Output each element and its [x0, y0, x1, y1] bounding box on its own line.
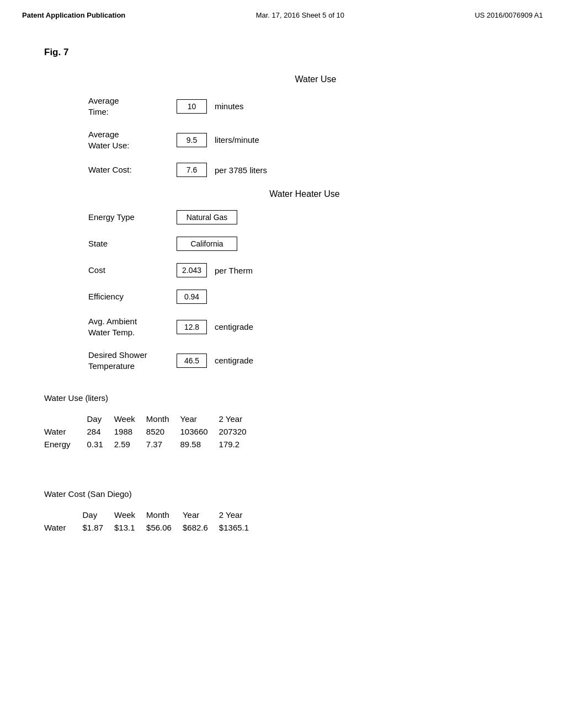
- cell-value: 2.59: [114, 438, 146, 451]
- water-use-form: AverageTime: 10 minutes AverageWater Use…: [88, 95, 521, 177]
- header-center: Mar. 17, 2016 Sheet 5 of 10: [256, 11, 344, 19]
- water-heater-section: Water Heater Use Energy Type Natural Gas…: [44, 189, 521, 371]
- cell-value: $1.87: [82, 521, 114, 534]
- water-use-liters-header-row: Day Week Month Year 2 Year: [44, 413, 258, 425]
- water-heater-form: Energy Type Natural Gas State California…: [88, 210, 521, 371]
- water-cost-sandiego-table: Day Week Month Year 2 Year Water$1.87$13…: [44, 508, 260, 534]
- cell-value: $682.6: [183, 521, 219, 534]
- avg-water-use-input[interactable]: 9.5: [177, 133, 207, 147]
- cost-unit: per Therm: [215, 266, 253, 275]
- figure-label: Fig. 7: [44, 47, 521, 58]
- water-cost-unit: per 3785 liters: [215, 165, 267, 175]
- header-right: US 2016/0076909 A1: [475, 11, 543, 19]
- cell-value: 8520: [146, 425, 180, 438]
- cell-value: 1988: [114, 425, 146, 438]
- avg-ambient-unit: centigrade: [215, 322, 253, 331]
- row-label: Water: [44, 521, 82, 534]
- energy-type-row: Energy Type Natural Gas: [88, 210, 521, 224]
- water-use-section: Water Use AverageTime: 10 minutes Averag…: [44, 74, 521, 177]
- page-content: Fig. 7 Water Use AverageTime: 10 minutes…: [0, 25, 565, 556]
- avg-ambient-label: Avg. AmbientWater Temp.: [88, 316, 177, 338]
- table-row: Energy0.312.597.3789.58179.2: [44, 438, 258, 451]
- water-use-liters-table: Day Week Month Year 2 Year Water28419888…: [44, 413, 258, 451]
- row-label: Water: [44, 425, 87, 438]
- cell-value: 7.37: [146, 438, 180, 451]
- avg-water-use-label: AverageWater Use:: [88, 129, 177, 151]
- energy-type-label: Energy Type: [88, 212, 177, 223]
- avg-time-row: AverageTime: 10 minutes: [88, 95, 521, 117]
- cost-label: Cost: [88, 265, 177, 276]
- cell-value: $56.06: [146, 521, 183, 534]
- col-empty: [44, 413, 87, 425]
- col-day: Day: [82, 508, 114, 521]
- efficiency-row: Efficiency 0.94: [88, 290, 521, 304]
- cell-value: 0.31: [87, 438, 114, 451]
- cell-value: 207320: [219, 425, 258, 438]
- efficiency-label: Efficiency: [88, 291, 177, 302]
- page-header: Patent Application Publication Mar. 17, …: [0, 0, 565, 25]
- state-input[interactable]: California: [177, 237, 237, 251]
- desired-shower-unit: centigrade: [215, 356, 253, 365]
- col-empty: [44, 508, 82, 521]
- avg-time-input[interactable]: 10: [177, 99, 207, 114]
- col-2year: 2 Year: [219, 508, 260, 521]
- col-month: Month: [146, 413, 180, 425]
- water-cost-sandiego-title: Water Cost (San Diego): [44, 489, 521, 499]
- avg-ambient-input[interactable]: 12.8: [177, 320, 207, 334]
- cell-value: 284: [87, 425, 114, 438]
- state-row: State California: [88, 237, 521, 251]
- efficiency-input[interactable]: 0.94: [177, 290, 207, 304]
- water-cost-label: Water Cost:: [88, 164, 177, 175]
- col-year: Year: [183, 508, 219, 521]
- col-month: Month: [146, 508, 183, 521]
- desired-shower-label: Desired ShowerTemperature: [88, 350, 177, 371]
- col-year: Year: [180, 413, 219, 425]
- cost-row: Cost 2.043 per Therm: [88, 263, 521, 277]
- cell-value: 103660: [180, 425, 219, 438]
- col-week: Week: [114, 508, 146, 521]
- water-use-title: Water Use: [110, 74, 521, 84]
- avg-ambient-row: Avg. AmbientWater Temp. 12.8 centigrade: [88, 316, 521, 338]
- col-week: Week: [114, 413, 146, 425]
- table-row: Water$1.87$13.1$56.06$682.6$1365.1: [44, 521, 260, 534]
- col-2year: 2 Year: [219, 413, 258, 425]
- water-cost-row: Water Cost: 7.6 per 3785 liters: [88, 163, 521, 177]
- water-cost-sandiego-header-row: Day Week Month Year 2 Year: [44, 508, 260, 521]
- avg-water-use-row: AverageWater Use: 9.5 liters/minute: [88, 129, 521, 151]
- water-heater-title: Water Heater Use: [88, 189, 521, 199]
- avg-time-unit: minutes: [215, 101, 244, 111]
- cell-value: $1365.1: [219, 521, 260, 534]
- energy-type-input[interactable]: Natural Gas: [177, 210, 237, 224]
- desired-shower-input[interactable]: 46.5: [177, 354, 207, 368]
- state-label: State: [88, 238, 177, 249]
- desired-shower-row: Desired ShowerTemperature 46.5 centigrad…: [88, 350, 521, 371]
- cost-input[interactable]: 2.043: [177, 263, 207, 277]
- table-row: Water28419888520103660207320: [44, 425, 258, 438]
- avg-time-label: AverageTime:: [88, 95, 177, 117]
- cell-value: 89.58: [180, 438, 219, 451]
- water-cost-input[interactable]: 7.6: [177, 163, 207, 177]
- water-use-liters-section: Water Use (liters) Day Week Month Year 2…: [44, 393, 521, 451]
- water-use-liters-title: Water Use (liters): [44, 393, 521, 403]
- row-label: Energy: [44, 438, 87, 451]
- avg-water-use-unit: liters/minute: [215, 135, 259, 144]
- water-cost-sandiego-section: Water Cost (San Diego) Day Week Month Ye…: [44, 489, 521, 534]
- col-day: Day: [87, 413, 114, 425]
- cell-value: 179.2: [219, 438, 258, 451]
- header-left: Patent Application Publication: [22, 11, 125, 19]
- cell-value: $13.1: [114, 521, 146, 534]
